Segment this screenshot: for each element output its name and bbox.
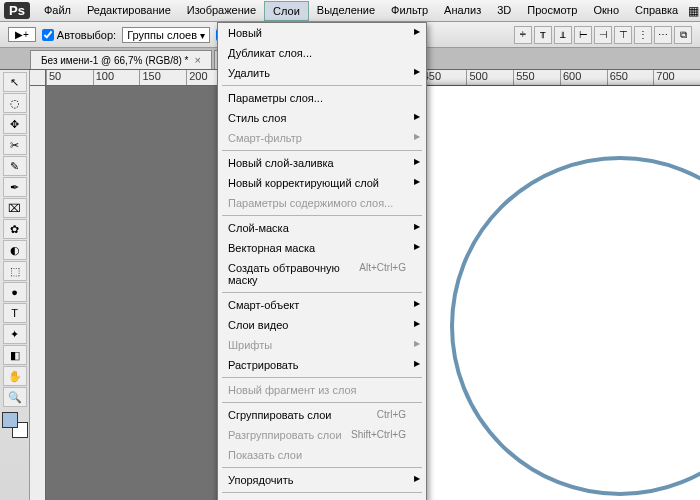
- menu-item[interactable]: Новый слой-заливка: [218, 153, 426, 173]
- menu-item[interactable]: Новый: [218, 23, 426, 43]
- tool-15[interactable]: 🔍: [3, 387, 27, 407]
- menu-item: Новый фрагмент из слоя: [218, 380, 426, 400]
- menu-separator: [222, 492, 422, 493]
- tool-2[interactable]: ✥: [3, 114, 27, 134]
- autoselect-checkbox[interactable]: Автовыбор:: [42, 29, 116, 41]
- menu-item: Показать слои: [218, 445, 426, 465]
- tool-0[interactable]: ↖: [3, 72, 27, 92]
- app-logo: Ps: [4, 2, 30, 19]
- align-right-icon[interactable]: ⊤: [614, 26, 632, 44]
- menu-item[interactable]: Дубликат слоя...: [218, 43, 426, 63]
- tool-9[interactable]: ⬚: [3, 261, 27, 281]
- menu-item[interactable]: Упорядочить: [218, 470, 426, 490]
- close-tab-icon[interactable]: ×: [194, 54, 200, 66]
- align-hcenter-icon[interactable]: ⊣: [594, 26, 612, 44]
- menu-item[interactable]: Слой-маска: [218, 218, 426, 238]
- tool-12[interactable]: ✦: [3, 324, 27, 344]
- tool-11[interactable]: T: [3, 303, 27, 323]
- menu-item[interactable]: Векторная маска: [218, 238, 426, 258]
- align-bottom-icon[interactable]: ⫫: [554, 26, 572, 44]
- menu-item-label: Слои видео: [228, 319, 288, 331]
- align-left-icon[interactable]: ⊢: [574, 26, 592, 44]
- menu-item-label: Смарт-фильтр: [228, 132, 302, 144]
- menu-item-label: Показать слои: [228, 449, 302, 461]
- ruler-tick: 500: [466, 70, 513, 85]
- menu-item[interactable]: Слои видео: [218, 315, 426, 335]
- menu-separator: [222, 85, 422, 86]
- tool-preset-button[interactable]: ▶+: [8, 27, 36, 42]
- layers-menu-dropdown: НовыйДубликат слоя...УдалитьПараметры сл…: [217, 22, 427, 500]
- menu-фильтр[interactable]: Фильтр: [383, 1, 436, 21]
- ruler-corner: [30, 70, 46, 86]
- menu-item-label: Удалить: [228, 67, 270, 79]
- menu-item-label: Создать обтравочную маску: [228, 262, 359, 286]
- align-vcenter-icon[interactable]: ⫪: [534, 26, 552, 44]
- align-top-icon[interactable]: ⫩: [514, 26, 532, 44]
- menu-item-label: Сгруппировать слои: [228, 409, 331, 421]
- menu-item[interactable]: Стиль слоя: [218, 108, 426, 128]
- distribute-v-icon[interactable]: ⋯: [654, 26, 672, 44]
- menu-item[interactable]: Удалить: [218, 63, 426, 83]
- autoselect-target-select[interactable]: Группы слоев ▾: [122, 27, 210, 43]
- menu-окно[interactable]: Окно: [586, 1, 628, 21]
- toolbar: ↖◌✥✂✎✒⌧✿◐⬚●T✦◧✋🔍: [0, 70, 30, 500]
- menu-item[interactable]: Параметры слоя...: [218, 88, 426, 108]
- menu-item-label: Растрировать: [228, 359, 299, 371]
- menu-справка[interactable]: Справка: [627, 1, 686, 21]
- menu-item-label: Новый фрагмент из слоя: [228, 384, 357, 396]
- menu-просмотр[interactable]: Просмотр: [519, 1, 585, 21]
- workspace-icon[interactable]: ▦: [686, 3, 700, 19]
- foreground-color[interactable]: [2, 412, 18, 428]
- menu-3d[interactable]: 3D: [489, 1, 519, 21]
- tool-4[interactable]: ✎: [3, 156, 27, 176]
- tool-6[interactable]: ⌧: [3, 198, 27, 218]
- menu-item[interactable]: Создать обтравочную маскуAlt+Ctrl+G: [218, 258, 426, 290]
- tool-13[interactable]: ◧: [3, 345, 27, 365]
- menu-item[interactable]: Новый корректирующий слой: [218, 173, 426, 193]
- menu-item-label: Упорядочить: [228, 474, 293, 486]
- tool-7[interactable]: ✿: [3, 219, 27, 239]
- menubar-right: ▦ ▭ 66,7% ▾ ✋ 🔍 ⟳: [686, 0, 700, 23]
- align-buttons: ⫩ ⫪ ⫫ ⊢ ⊣ ⊤ ⋮ ⋯ ⧉: [514, 26, 692, 44]
- menu-анализ[interactable]: Анализ: [436, 1, 489, 21]
- menu-файл[interactable]: Файл: [36, 1, 79, 21]
- tool-10[interactable]: ●: [3, 282, 27, 302]
- menu-выделение[interactable]: Выделение: [309, 1, 383, 21]
- ruler-tick: 100: [93, 70, 140, 85]
- menu-item: Шрифты: [218, 335, 426, 355]
- menu-item: Разгруппировать слоиShift+Ctrl+G: [218, 425, 426, 445]
- menu-item-label: Новый: [228, 27, 262, 39]
- menu-item-label: Шрифты: [228, 339, 272, 351]
- ruler-tick: 550: [513, 70, 560, 85]
- menu-item: Смарт-фильтр: [218, 128, 426, 148]
- tool-5[interactable]: ✒: [3, 177, 27, 197]
- tool-3[interactable]: ✂: [3, 135, 27, 155]
- menu-слои[interactable]: Слои: [264, 1, 309, 21]
- menu-item-label: Параметры слоя...: [228, 92, 323, 104]
- ruler-tick: 650: [607, 70, 654, 85]
- menu-item-shortcut: Alt+Ctrl+G: [359, 262, 406, 286]
- tool-1[interactable]: ◌: [3, 93, 27, 113]
- menu-separator: [222, 402, 422, 403]
- menu-изображение[interactable]: Изображение: [179, 1, 264, 21]
- menu-item-label: Новый слой-заливка: [228, 157, 334, 169]
- menu-item-label: Слой-маска: [228, 222, 289, 234]
- menu-separator: [222, 215, 422, 216]
- menu-item: Выровнять слои по области: [218, 495, 426, 500]
- distribute-h-icon[interactable]: ⋮: [634, 26, 652, 44]
- document-tab[interactable]: Без имени-1 @ 66,7% (RGB/8) *×: [30, 50, 212, 69]
- tool-8[interactable]: ◐: [3, 240, 27, 260]
- auto-align-icon[interactable]: ⧉: [674, 26, 692, 44]
- color-swatches[interactable]: [2, 412, 28, 438]
- menu-item-shortcut: Shift+Ctrl+G: [351, 429, 406, 441]
- menu-item-shortcut: Ctrl+G: [377, 409, 406, 421]
- menu-item[interactable]: Смарт-объект: [218, 295, 426, 315]
- menu-item[interactable]: Сгруппировать слоиCtrl+G: [218, 405, 426, 425]
- tool-14[interactable]: ✋: [3, 366, 27, 386]
- menu-item[interactable]: Растрировать: [218, 355, 426, 375]
- menu-item-label: Стиль слоя: [228, 112, 286, 124]
- menu-редактирование[interactable]: Редактирование: [79, 1, 179, 21]
- circle-shape: [450, 156, 700, 496]
- menu-item: Параметры содержимого слоя...: [218, 193, 426, 213]
- menu-item-label: Новый корректирующий слой: [228, 177, 379, 189]
